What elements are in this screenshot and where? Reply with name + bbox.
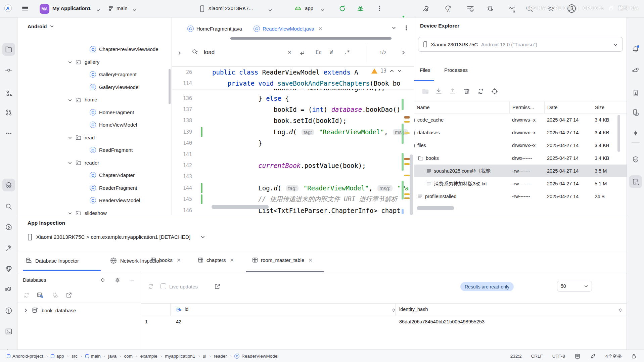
run-config-selector[interactable]: app [305,5,313,11]
table-tab-books[interactable]: books✕ [150,257,181,263]
device-dropdown[interactable]: Xiaomi 23013RK75C Android 13.0 ("Tiramis… [418,37,623,52]
pull-requests-icon[interactable] [2,106,15,119]
close-icon[interactable]: ✕ [308,257,313,263]
file-row[interactable]: code_cache drwxrws--x 2025-04-27 14 3.4 … [414,114,627,126]
code-line[interactable]: 139Log.d( tag: "ReaderViewModel", msg: [172,126,414,137]
branch-chevron-icon[interactable] [132,7,137,13]
chevron-down-icon[interactable] [68,210,72,215]
notifications-bell-icon[interactable] [629,43,642,56]
indent-info[interactable]: 4个空格 [605,353,622,359]
trusted-shield-icon[interactable] [629,153,642,166]
editor-tab[interactable]: C HomeFragment.java [187,26,242,32]
build-run-icon[interactable] [422,4,430,13]
file-row[interactable]: soushu2025.com@《我能 -rw------- 2025-04-27… [414,165,627,177]
column-date[interactable]: Date [544,101,592,113]
grid-column-identity-hash[interactable]: identity_hash [399,307,428,312]
app-quality-insights-icon[interactable] [2,263,15,275]
upload-file-icon[interactable] [449,87,457,95]
project-tree-item[interactable]: slideshow [17,207,172,215]
main-menu-icon[interactable] [22,5,30,13]
project-tree-item[interactable]: home [17,93,172,106]
column-permissions[interactable]: Permiss... [509,101,544,113]
chevron-right-icon[interactable] [24,308,28,313]
device-manager-icon[interactable] [629,87,642,99]
profile-icon[interactable] [508,4,516,13]
delete-icon[interactable] [463,87,471,95]
project-tree-item[interactable]: reader [17,156,172,169]
goto-path-icon[interactable] [491,87,499,95]
tab-scrollbar-thumb[interactable] [230,37,392,40]
project-tree-item[interactable]: gallery [17,56,172,69]
breadcrumb-item[interactable]: example [140,354,157,359]
tab-processes[interactable]: Processes [444,67,468,73]
search-input[interactable]: load [204,49,215,56]
page-size-dropdown[interactable]: 50 [557,281,592,291]
column-size[interactable]: Size [592,101,627,113]
chevron-down-icon[interactable] [68,160,72,166]
file-table-vscrollbar[interactable] [617,115,620,152]
file-encoding[interactable]: UTF-8 [552,354,565,359]
editor-tab[interactable]: C ReaderViewModel.java ✕ [254,26,323,32]
table-tab-chapters[interactable]: chapters✕ [197,257,234,263]
file-row[interactable]: profileInstalled -rw------- 2025-04-27 1… [414,190,627,203]
settings-gear-icon[interactable] [547,4,555,13]
download-file-icon[interactable] [435,87,443,95]
chevron-down-icon[interactable] [68,97,72,102]
more-icon[interactable] [404,25,409,31]
user-avatar-icon[interactable] [567,4,577,13]
project-tree-item[interactable]: C ChapterAdapter [17,169,172,182]
code-line[interactable]: 145// 使用传递进来的内部文件 URI 进行章节解析 [172,194,414,205]
grid-row[interactable]: 1 42 86daf206a784540bb21b005498955253 [141,316,627,329]
reader-mode-icon[interactable] [574,353,581,359]
editor-scrollbar[interactable] [410,154,413,215]
hide-panel-icon[interactable] [129,277,135,283]
device-explorer-icon[interactable] [629,175,642,188]
debug-icon[interactable] [357,5,364,12]
new-folder-icon[interactable] [421,87,429,95]
toolbar-more-icon[interactable] [376,5,383,12]
breadcrumb-item[interactable]: com [124,354,133,359]
process-selector[interactable]: Xiaomi 23013RK75C > com.example.myapplic… [28,233,205,241]
clear-search-icon[interactable]: ✕ [287,49,292,55]
code-line[interactable]: 114private void saveBookAndParseChapters… [172,78,414,89]
project-tree-item[interactable]: C GalleryViewModel [17,81,172,94]
next-match-icon[interactable] [401,49,406,55]
project-tree-item[interactable]: C ReaderFragment [17,182,172,194]
find-icon[interactable] [2,200,15,213]
breadcrumb-item[interactable]: C ReaderViewModel [234,354,278,359]
project-tree-item[interactable]: C ReaderViewModel [17,194,172,207]
structure-icon[interactable] [2,87,15,99]
live-updates-checkbox[interactable] [160,283,166,289]
tab-database-inspector[interactable]: Database Inspector [25,257,79,264]
profiler-icon[interactable] [2,283,15,296]
search-everywhere-icon[interactable] [525,4,534,13]
code-line[interactable]: 136} else { [172,93,414,104]
code-line[interactable]: 137bookId = (int) database.bookDao() [172,104,414,115]
file-row[interactable]: 消费系男神加料版3改.txt -rw------- 2025-04-27 14 … [414,177,627,190]
breadcrumb-item[interactable]: java [108,354,117,359]
newline-icon[interactable] [299,49,306,56]
project-name[interactable]: My Application1 [52,5,91,11]
app-inspection-icon[interactable] [2,179,15,191]
branch-name[interactable]: main [117,5,128,11]
stripe-more-icon[interactable] [2,127,15,140]
inspection-highlight-icon[interactable] [590,353,596,359]
line-ending[interactable]: CRLF [531,354,543,359]
breadcrumb-item[interactable]: ui [203,354,206,359]
column-name[interactable]: Name [414,101,509,113]
project-tree-item[interactable]: C ChapterPreviewViewMode [17,43,172,56]
terminal-icon[interactable] [2,325,15,338]
attach-debugger-icon[interactable] [486,4,495,13]
grid-column-id[interactable]: id [185,307,188,312]
gradle-icon[interactable] [629,64,642,77]
breadcrumb-item[interactable]: app [51,354,64,359]
project-scrollbar[interactable] [169,69,171,104]
commit-icon[interactable] [2,64,15,77]
export-icon[interactable] [214,283,221,290]
project-tree-item[interactable]: C HomeViewModel [17,119,172,131]
match-case-toggle[interactable]: Cc [316,49,322,55]
search-icon[interactable] [191,48,199,56]
project-tree-item[interactable]: C HomeFragment [17,106,172,119]
apply-code-changes-icon[interactable] [466,4,475,13]
refresh-icon[interactable] [23,291,30,299]
